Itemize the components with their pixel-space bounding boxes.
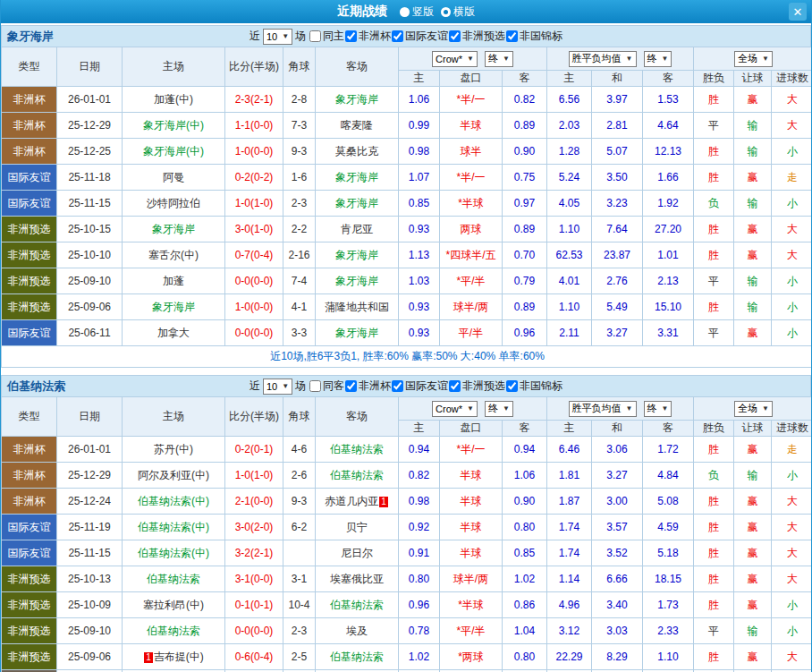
filter-checkbox[interactable]: 同客 <box>309 379 344 394</box>
scope-dropdown[interactable]: 全场▼ <box>734 401 773 417</box>
col-away: 客场 <box>316 397 399 437</box>
handicap-result: 赢 <box>734 242 772 268</box>
handicap: *平/半 <box>440 268 503 294</box>
team-label: 阿尔及利亚(中) <box>138 469 209 481</box>
final-odds-dropdown[interactable]: 终▼ <box>485 401 513 417</box>
avg-draw-odds: 23.87 <box>592 242 643 268</box>
checkbox-label: 非洲预选 <box>462 379 505 394</box>
competition-type-badge: 非洲杯 <box>2 463 56 488</box>
filter-checkbox[interactable]: 非洲杯 <box>344 29 391 44</box>
competition-type-badge: 非洲预选 <box>2 217 56 242</box>
final-avg-dropdown[interactable]: 终▼ <box>644 51 672 67</box>
filter-checkbox[interactable]: 国际友谊 <box>391 379 448 394</box>
avg-draw-odds: 3.27 <box>592 320 643 346</box>
col-result: 胜负 <box>694 71 734 87</box>
chevron-down-icon: ▼ <box>282 32 289 40</box>
checkbox-input[interactable] <box>345 380 357 392</box>
final-avg-dropdown[interactable]: 终▼ <box>644 401 672 417</box>
avg-away-odds: 18.15 <box>643 566 694 592</box>
checkbox-input[interactable] <box>506 380 518 392</box>
avg-home-odds: 1.74 <box>547 540 592 566</box>
goals-result: 大 <box>772 87 812 113</box>
checkbox-label: 非洲杯 <box>359 379 391 394</box>
handicap-result: 输 <box>734 191 772 217</box>
avg-odds-dropdown[interactable]: 胜平负均值▼ <box>569 401 637 417</box>
col-handicap-result: 让球 <box>734 421 772 437</box>
away-team: 伯基纳法索 <box>316 592 399 618</box>
chevron-down-icon: ▼ <box>503 404 510 413</box>
handicap: 两球 <box>440 217 503 242</box>
competition-type-cell: 非洲预选 <box>2 268 57 294</box>
filter-checkbox[interactable]: 非洲杯 <box>344 379 391 394</box>
checkbox-input[interactable] <box>449 30 461 42</box>
near-label: 近 <box>250 379 260 394</box>
filter-checkbox[interactable]: 非国锦标 <box>505 29 562 44</box>
filter-checkbox[interactable]: 非洲预选 <box>448 379 505 394</box>
games-label: 场 <box>295 379 306 394</box>
avg-draw-odds: 3.57 <box>592 515 643 540</box>
home-odds: 1.13 <box>399 242 440 268</box>
goals-result: 小 <box>772 320 812 346</box>
home-odds: 0.85 <box>399 191 440 217</box>
competition-type-cell: 非洲预选 <box>2 644 57 670</box>
match-date: 26-01-01 <box>57 437 123 463</box>
avg-group-header: 胜平负均值▼ 终▼ <box>547 397 694 421</box>
avg-draw-odds: 6.66 <box>592 566 643 592</box>
competition-type-cell: 国际友谊 <box>2 515 57 540</box>
final-odds-dropdown[interactable]: 终▼ <box>485 51 513 67</box>
odds-group-header: Crow*▼ 终▼ <box>399 47 547 71</box>
handicap: 半球 <box>440 463 503 489</box>
filter-checkbox[interactable]: 同主 <box>309 29 344 44</box>
radio-vertical-layout[interactable]: 竖版 <box>400 4 434 20</box>
home-odds: 0.94 <box>399 437 440 463</box>
score: 2-3(2-1) <box>225 87 283 113</box>
checkbox-input[interactable] <box>309 380 321 392</box>
col-result: 胜负 <box>694 421 734 437</box>
avg-odds-dropdown[interactable]: 胜平负均值▼ <box>569 51 637 67</box>
score: 3-1(0-0) <box>225 566 283 592</box>
col-score: 比分(半场) <box>225 47 283 87</box>
handicap-result: 赢 <box>734 540 772 566</box>
checkbox-input[interactable] <box>345 30 357 42</box>
scope-dropdown[interactable]: 全场▼ <box>734 51 773 67</box>
checkbox-input[interactable] <box>309 30 321 42</box>
checkbox-label: 同客 <box>323 379 344 394</box>
competition-type-badge: 非洲预选 <box>2 592 56 617</box>
avg-away-odds: 1.10 <box>643 644 694 670</box>
away-team: 象牙海岸 <box>316 268 399 294</box>
corner-score: 10-4 <box>283 592 316 618</box>
filter-checkbox[interactable]: 非洲预选 <box>448 29 505 44</box>
corner-score <box>283 540 316 566</box>
corner-score: 1-6 <box>283 165 316 191</box>
team-label: 象牙海岸 <box>335 197 378 209</box>
col-home: 主场 <box>123 47 225 87</box>
near-label: 近 <box>250 29 260 44</box>
away-odds: 0.70 <box>503 242 547 268</box>
close-icon[interactable]: ✕ <box>789 3 807 21</box>
avg-away-odds: 12.13 <box>643 139 694 165</box>
handicap: *半球 <box>440 592 503 618</box>
checkbox-input[interactable] <box>392 380 403 392</box>
match-count-dropdown[interactable]: 10▼ <box>263 379 292 395</box>
filter-checkbox[interactable]: 国际友谊 <box>391 29 448 44</box>
checkbox-input[interactable] <box>392 30 403 42</box>
away-team: 贝宁 <box>316 515 399 540</box>
checkbox-input[interactable] <box>506 30 518 42</box>
radio-horizontal-layout[interactable]: 横版 <box>441 4 475 20</box>
corner-score: 4-6 <box>283 437 316 463</box>
odds-source-dropdown[interactable]: Crow*▼ <box>432 401 478 417</box>
odds-source-dropdown[interactable]: Crow*▼ <box>432 51 478 67</box>
competition-type-cell: 非洲预选 <box>2 242 57 268</box>
competition-type-badge: 非洲预选 <box>2 644 56 669</box>
filter-checkbox[interactable]: 非国锦标 <box>505 379 562 394</box>
corner-score: 6-2 <box>283 515 316 540</box>
goals-result: 大 <box>772 489 812 515</box>
away-team: 肯尼亚 <box>316 217 399 242</box>
avg-draw-odds: 3.06 <box>592 437 643 463</box>
goals-result: 小 <box>772 294 812 320</box>
result: 负 <box>694 463 734 489</box>
checkbox-input[interactable] <box>449 380 461 392</box>
avg-home-odds: 1.87 <box>547 489 592 515</box>
match-count-dropdown[interactable]: 10▼ <box>263 29 292 45</box>
score: 3-0(1-0) <box>225 217 283 242</box>
